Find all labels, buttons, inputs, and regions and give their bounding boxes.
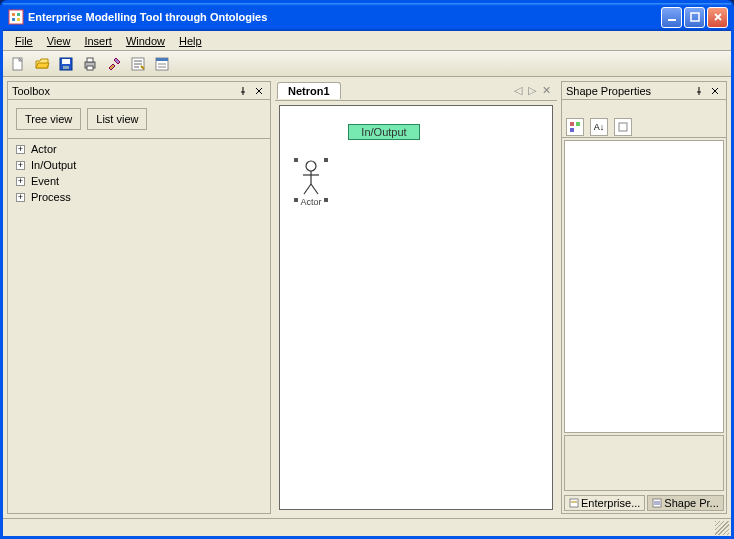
- toolbox-header: Toolbox: [8, 82, 270, 100]
- enterprise-tab-icon: [569, 498, 579, 508]
- actor-icon: [300, 160, 322, 196]
- close-button[interactable]: [707, 7, 728, 28]
- svg-rect-2: [17, 13, 20, 16]
- svg-rect-24: [570, 128, 574, 132]
- tree-label: Process: [31, 191, 71, 203]
- svg-point-17: [306, 161, 316, 171]
- canvas-panel: Netron1 ◁ ▷ ✕ In/Output: [275, 81, 557, 514]
- properties-header: Shape Properties: [562, 82, 726, 100]
- resize-grip[interactable]: [715, 521, 729, 535]
- svg-rect-26: [570, 499, 578, 507]
- expand-icon[interactable]: +: [16, 177, 25, 186]
- svg-rect-25: [619, 123, 627, 131]
- print-icon[interactable]: [81, 55, 99, 73]
- svg-rect-12: [87, 58, 93, 62]
- design-canvas[interactable]: In/Output Actor: [279, 105, 553, 510]
- window-buttons: [661, 7, 728, 28]
- property-toolbar: A↓: [562, 116, 726, 138]
- menu-insert[interactable]: Insert: [78, 33, 118, 49]
- save-icon[interactable]: [57, 55, 75, 73]
- maximize-button[interactable]: [684, 7, 705, 28]
- new-icon[interactable]: [9, 55, 27, 73]
- selection-handle[interactable]: [294, 198, 298, 202]
- tab-shape-properties[interactable]: Shape Pr...: [647, 495, 723, 511]
- app-window: Enterprise Modelling Tool through Ontolo…: [0, 0, 734, 539]
- statusbar: [3, 518, 731, 536]
- tab-close-icon[interactable]: ✕: [542, 84, 551, 97]
- tab-enterprise[interactable]: Enterprise...: [564, 495, 645, 511]
- toolbox-panel: Toolbox Tree view List view +Actor +In/O…: [7, 81, 271, 514]
- shape-actor[interactable]: Actor: [296, 160, 326, 210]
- toolbox-title: Toolbox: [12, 85, 234, 97]
- content-area: Toolbox Tree view List view +Actor +In/O…: [3, 77, 731, 518]
- properties-panel: Shape Properties A↓ Enterprise... Shap: [561, 81, 727, 514]
- close-panel-icon[interactable]: [708, 84, 722, 98]
- svg-rect-16: [156, 58, 168, 61]
- tab-enterprise-label: Enterprise...: [581, 497, 640, 509]
- minimize-button[interactable]: [661, 7, 682, 28]
- properties-title: Shape Properties: [566, 85, 690, 97]
- tab-shape-label: Shape Pr...: [664, 497, 718, 509]
- selection-handle[interactable]: [324, 158, 328, 162]
- close-panel-icon[interactable]: [252, 84, 266, 98]
- tree-item-actor[interactable]: +Actor: [16, 141, 262, 157]
- selection-handle[interactable]: [324, 198, 328, 202]
- view-mode-buttons: Tree view List view: [8, 100, 270, 138]
- shape-tab-icon: [652, 498, 662, 508]
- expand-icon[interactable]: +: [16, 161, 25, 170]
- menu-file[interactable]: File: [9, 33, 39, 49]
- shape-inoutput[interactable]: In/Output: [348, 124, 420, 140]
- toolbox-tree: +Actor +In/Output +Event +Process: [8, 138, 270, 207]
- property-description: [564, 435, 724, 491]
- tree-view-button[interactable]: Tree view: [16, 108, 81, 130]
- tree-item-inoutput[interactable]: +In/Output: [16, 157, 262, 173]
- bottom-tabs: Enterprise... Shape Pr...: [562, 493, 726, 513]
- property-pages-icon[interactable]: [614, 118, 632, 136]
- expand-icon[interactable]: +: [16, 145, 25, 154]
- property-grid[interactable]: [564, 140, 724, 433]
- svg-line-21: [311, 184, 318, 194]
- tab-netron1[interactable]: Netron1: [277, 82, 341, 99]
- open-icon[interactable]: [33, 55, 51, 73]
- pin-icon[interactable]: [692, 84, 706, 98]
- svg-rect-6: [691, 13, 699, 21]
- menu-view[interactable]: View: [41, 33, 77, 49]
- tab-next-icon[interactable]: ▷: [528, 84, 536, 97]
- tree-label: Event: [31, 175, 59, 187]
- shape-actor-label: Actor: [300, 197, 321, 207]
- shape-io-label: In/Output: [361, 126, 406, 138]
- properties-icon[interactable]: [129, 55, 147, 73]
- selection-handle[interactable]: [294, 158, 298, 162]
- menu-window[interactable]: Window: [120, 33, 171, 49]
- list-view-button[interactable]: List view: [87, 108, 147, 130]
- alphabetical-icon[interactable]: A↓: [590, 118, 608, 136]
- menu-help[interactable]: Help: [173, 33, 208, 49]
- svg-rect-0: [9, 10, 23, 24]
- tab-prev-icon[interactable]: ◁: [514, 84, 522, 97]
- toolbar: [3, 51, 731, 77]
- svg-rect-1: [12, 13, 15, 16]
- tools-icon[interactable]: [105, 55, 123, 73]
- svg-rect-22: [570, 122, 574, 126]
- svg-line-20: [304, 184, 311, 194]
- window-title: Enterprise Modelling Tool through Ontolo…: [28, 11, 661, 23]
- svg-rect-10: [63, 66, 69, 69]
- tree-item-process[interactable]: +Process: [16, 189, 262, 205]
- document-tabstrip: Netron1 ◁ ▷ ✕: [275, 81, 557, 101]
- menubar: File View Insert Window Help: [3, 31, 731, 51]
- form-icon[interactable]: [153, 55, 171, 73]
- canvas-wrap: In/Output Actor: [275, 101, 557, 514]
- tab-nav: ◁ ▷ ✕: [514, 84, 557, 97]
- svg-rect-9: [62, 59, 70, 64]
- app-icon: [8, 9, 24, 25]
- tree-item-event[interactable]: +Event: [16, 173, 262, 189]
- svg-rect-3: [12, 18, 15, 21]
- property-selector[interactable]: [562, 100, 726, 116]
- pin-icon[interactable]: [236, 84, 250, 98]
- categorized-icon[interactable]: [566, 118, 584, 136]
- titlebar[interactable]: Enterprise Modelling Tool through Ontolo…: [3, 3, 731, 31]
- expand-icon[interactable]: +: [16, 193, 25, 202]
- svg-rect-27: [653, 499, 661, 507]
- svg-rect-4: [17, 18, 20, 21]
- svg-rect-23: [576, 122, 580, 126]
